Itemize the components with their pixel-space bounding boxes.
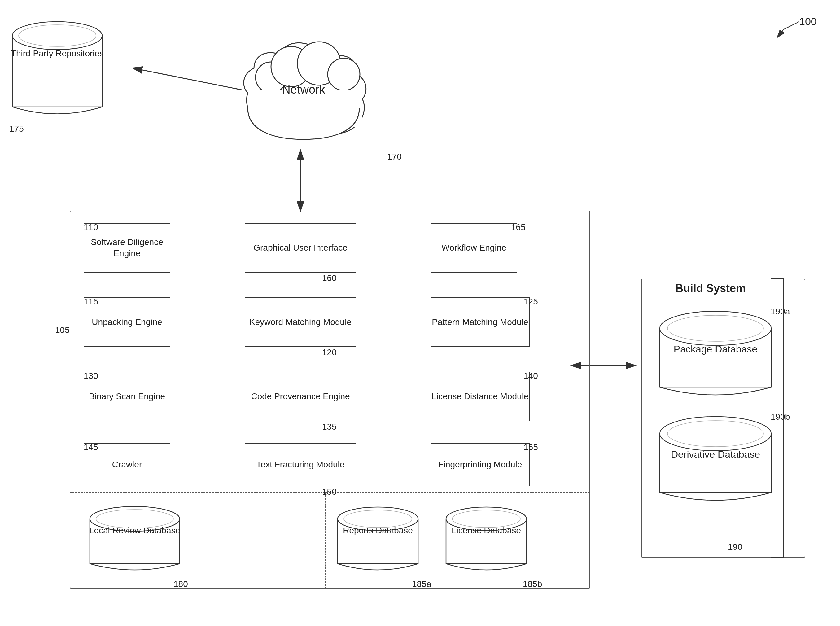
ref-105-label: 105 [55, 325, 70, 335]
ref-120-label: 120 [322, 347, 337, 357]
local-review-label: Local Review Database [87, 525, 183, 536]
license-db-label: License Database [443, 525, 530, 536]
package-db: Package Database [657, 307, 774, 403]
ref-130-label: 130 [84, 371, 98, 381]
network-cloud: Network [223, 37, 384, 155]
license-db: License Database [443, 502, 530, 576]
ref-165-label: 165 [511, 222, 526, 232]
graphical-ui-box: Graphical User Interface [245, 223, 356, 272]
ref-185a-label: 185a [412, 579, 431, 589]
text-fracturing-box: Text Fracturing Module [245, 443, 356, 486]
ref-145-label: 145 [84, 442, 98, 452]
ref-160-label: 160 [322, 273, 337, 283]
diagram: 100 Third Party Repositories 175 [0, 0, 840, 626]
package-db-label: Package Database [657, 342, 774, 356]
third-party-label: Third Party Repositories [9, 48, 105, 59]
svg-point-9 [19, 25, 96, 47]
svg-point-26 [668, 315, 763, 341]
workflow-engine-box: Workflow Engine [430, 223, 517, 272]
ref-190b-label: 190b [771, 412, 790, 422]
pattern-matching-box: Pattern Matching Module [430, 297, 530, 347]
ref-100-label: 100 [799, 16, 817, 28]
ref-155-label: 155 [524, 442, 538, 452]
dashed-vertical [325, 493, 326, 588]
ref-150-label: 150 [322, 487, 337, 497]
svg-point-29 [668, 421, 763, 447]
ref-135-label: 135 [322, 422, 337, 432]
local-review-db: Local Review Database [87, 502, 183, 576]
derivative-db: Derivative Database [657, 412, 774, 508]
ref-190-label: 190 [728, 542, 742, 552]
network-label: Network [223, 82, 384, 97]
ref-125-label: 125 [524, 297, 538, 307]
build-system-title: Build System [675, 282, 746, 295]
ref-175-label: 175 [9, 124, 24, 134]
ref-115-label: 115 [84, 297, 98, 307]
ref-170-label: 170 [387, 152, 402, 162]
ref-140-label: 140 [524, 371, 538, 381]
derivative-db-label: Derivative Database [657, 448, 774, 462]
code-provenance-box: Code Provenance Engine [245, 372, 356, 421]
license-distance-box: License Distance Module [430, 372, 530, 421]
ref-180-label: 180 [174, 579, 188, 589]
reports-db: Reports Database [335, 502, 421, 576]
svg-line-6 [777, 30, 784, 37]
ref-110-label: 110 [84, 222, 98, 232]
ref-185b-label: 185b [523, 579, 542, 589]
ref-190a-label: 190a [771, 307, 790, 316]
fingerprinting-box: Fingerprinting Module [430, 443, 530, 486]
svg-line-5 [784, 22, 799, 30]
third-party-db: Third Party Repositories [9, 17, 105, 122]
keyword-matching-box: Keyword Matching Module [245, 297, 356, 347]
reports-label: Reports Database [335, 525, 421, 536]
